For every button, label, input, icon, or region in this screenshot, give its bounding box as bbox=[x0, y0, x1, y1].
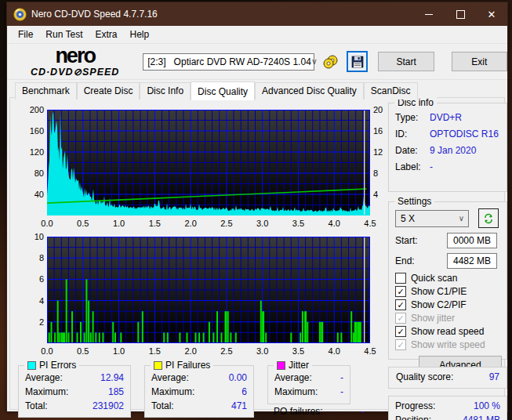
end-field-label: End: bbox=[395, 255, 433, 266]
stat-value: 6 bbox=[241, 386, 247, 398]
stat-panel-title: PI Failures bbox=[151, 360, 213, 371]
stat-row: Maximum:6 bbox=[145, 385, 253, 399]
tab-scandisc[interactable]: ScanDisc bbox=[364, 82, 418, 100]
checkbox-box: ✓ bbox=[395, 339, 406, 350]
checkbox-box: ✓ bbox=[395, 313, 406, 324]
quality-score-label: Quality score: bbox=[396, 371, 453, 382]
start-field[interactable]: 0000 MB bbox=[447, 233, 497, 248]
close-icon: ✕ bbox=[488, 9, 496, 20]
disc-quality-tab-page: 4080120160200481216200.00.51.01.52.02.53… bbox=[9, 97, 505, 410]
maximize-button[interactable] bbox=[445, 2, 476, 26]
stat-row: Maximum:- bbox=[268, 385, 350, 399]
pi-errors-chart bbox=[47, 110, 370, 215]
progress-box: Progress:100 %Position:4481 MBSpeed:5.03… bbox=[388, 396, 507, 420]
app-window: Nero CD-DVD Speed 4.7.7.16 ✕ FileRun Tes… bbox=[6, 2, 508, 412]
progress-row: Position:4481 MB bbox=[389, 413, 507, 420]
progress-value: 100 % bbox=[474, 400, 500, 412]
legend-color-icon bbox=[277, 361, 285, 370]
menu-item-help[interactable]: Help bbox=[124, 27, 156, 42]
disc-icon bbox=[322, 54, 340, 70]
header: nero CD·DVD⊘SPEED [2:3] Optiarc DVD RW A… bbox=[7, 44, 507, 80]
stat-label: Average: bbox=[25, 371, 63, 384]
checkbox-show-c1-pie[interactable]: ✓Show C1/PIE bbox=[389, 285, 507, 298]
y-axis-label: 4 bbox=[20, 296, 44, 306]
app-icon bbox=[13, 8, 27, 21]
checkbox-label: Show write speed bbox=[411, 339, 485, 350]
stat-value: 471 bbox=[231, 400, 247, 412]
x-axis-label: 3.0 bbox=[252, 219, 274, 228]
menu-item-file[interactable]: File bbox=[12, 27, 39, 42]
exit-button[interactable]: Exit bbox=[452, 52, 507, 71]
checkbox-box[interactable]: ✓ bbox=[395, 326, 406, 337]
tab-disc-info[interactable]: Disc Info bbox=[140, 82, 191, 100]
maximize-icon bbox=[456, 10, 465, 19]
start-button[interactable]: Start bbox=[378, 52, 434, 71]
save-button[interactable] bbox=[347, 51, 368, 72]
end-field[interactable]: 4482 MB bbox=[447, 253, 497, 269]
checkbox-show-write-speed: ✓Show write speed bbox=[389, 339, 507, 351]
x-axis-label: 4.5 bbox=[359, 346, 381, 356]
y-axis-right-label: 4 bbox=[373, 190, 378, 199]
y-axis-right-label: 8 bbox=[373, 168, 378, 178]
stat-panel-holder: PI FailuresAverage:0.00Maximum:6Total:47… bbox=[144, 365, 254, 418]
exit-button-label: Exit bbox=[471, 56, 487, 67]
stat-panel-pi-failures: PI FailuresAverage:0.00Maximum:6Total:47… bbox=[144, 365, 254, 418]
minimize-button[interactable] bbox=[413, 2, 445, 26]
drive-select-value: [2:3] Optiarc DVD RW AD-7240S 1.04 bbox=[147, 56, 311, 67]
x-axis-label: 0.0 bbox=[36, 219, 58, 228]
y-axis-label: 40 bbox=[20, 190, 44, 199]
stat-value: 231902 bbox=[93, 400, 124, 412]
quality-score-value: 97 bbox=[489, 371, 499, 382]
drive-select[interactable]: [2:3] Optiarc DVD RW AD-7240S 1.04 ∨ bbox=[143, 53, 314, 71]
stat-panel-holder: JitterAverage:-Maximum:-PO failures:- bbox=[267, 365, 371, 418]
checkbox-label: Show C2/PIF bbox=[411, 299, 467, 310]
tab-benchmark[interactable]: Benchmark bbox=[15, 82, 77, 100]
stat-row: Average:- bbox=[268, 371, 350, 385]
menu-bar: FileRun TestExtraHelp bbox=[7, 26, 507, 44]
checkbox-box[interactable] bbox=[395, 273, 406, 284]
x-axis-label: 0.5 bbox=[72, 346, 94, 356]
legend-color-icon bbox=[27, 361, 36, 370]
tab-create-disc[interactable]: Create Disc bbox=[77, 82, 140, 100]
menu-item-extra[interactable]: Extra bbox=[89, 27, 123, 42]
chevron-down-icon: ∨ bbox=[459, 214, 468, 223]
disc-info-value: DVD+R bbox=[430, 110, 462, 126]
y-axis-label: 6 bbox=[20, 274, 44, 284]
checkbox-show-read-speed[interactable]: ✓Show read speed bbox=[389, 325, 507, 338]
stat-value: 185 bbox=[108, 386, 124, 398]
refresh-button[interactable] bbox=[478, 208, 499, 228]
close-button[interactable]: ✕ bbox=[476, 2, 507, 26]
x-axis-label: 4.0 bbox=[323, 219, 345, 228]
checkbox-box[interactable]: ✓ bbox=[395, 286, 406, 297]
settings-title: Settings bbox=[394, 196, 434, 207]
x-axis-label: 3.5 bbox=[287, 219, 309, 228]
eject-disc-button[interactable] bbox=[321, 52, 340, 71]
stat-row: Average:0.00 bbox=[145, 371, 253, 385]
stat-row: Total:471 bbox=[145, 399, 253, 413]
po-failures-row: PO failures:- bbox=[267, 404, 371, 418]
start-button-label: Start bbox=[396, 56, 416, 67]
speed-select-value: 5 X bbox=[401, 213, 415, 224]
checkbox-box[interactable]: ✓ bbox=[395, 299, 406, 310]
checkbox-label: Show C1/PIE bbox=[411, 286, 467, 297]
pi-failures-chart bbox=[47, 237, 370, 343]
menu-item-run-test[interactable]: Run Test bbox=[39, 27, 89, 42]
stat-value: 12.94 bbox=[100, 371, 124, 384]
right-panel: Disc info Type:DVD+RID:OPTODISC R16Date:… bbox=[388, 103, 507, 420]
checkbox-label: Show jitter bbox=[411, 313, 455, 324]
tab-advanced-disc-quality[interactable]: Advanced Disc Quality bbox=[255, 82, 364, 100]
disc-info-row: Label:- bbox=[389, 159, 507, 176]
settings-group: Settings 5 X ∨ bbox=[388, 201, 507, 360]
checkbox-quick-scan[interactable]: Quick scan bbox=[389, 272, 507, 284]
tab-disc-quality[interactable]: Disc Quality bbox=[191, 81, 255, 100]
po-failures-label: PO failures: bbox=[274, 406, 323, 417]
x-axis-label: 2.0 bbox=[180, 346, 202, 356]
disc-info-value: - bbox=[430, 159, 433, 176]
speed-select[interactable]: 5 X ∨ bbox=[395, 210, 469, 227]
stat-value: - bbox=[340, 371, 343, 384]
y-axis-label: 10 bbox=[20, 232, 44, 241]
stat-label: Total: bbox=[151, 400, 174, 412]
checkbox-show-c2-pif[interactable]: ✓Show C2/PIF bbox=[389, 299, 507, 311]
x-axis-label: 1.0 bbox=[108, 219, 130, 228]
x-axis-label: 4.5 bbox=[359, 219, 381, 228]
